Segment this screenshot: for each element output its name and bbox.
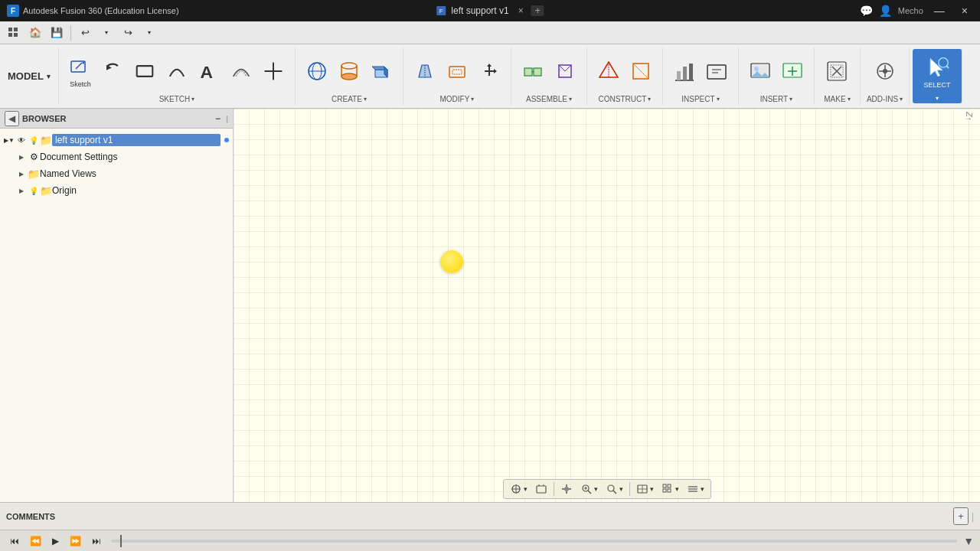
browser-tree: ▼ 👁 💡 📁 left support v1 ▶ ⚙ Document Set… (0, 129, 233, 502)
minimize-btn[interactable]: — (929, 3, 949, 18)
sketch-btn[interactable]: Sketch (65, 54, 96, 90)
addins-label[interactable]: ADD-INS (867, 95, 903, 103)
display-mode-btn[interactable]: ▾ (633, 481, 657, 497)
modify-btn[interactable] (410, 57, 440, 85)
doc-expand-icon[interactable]: ▶ (15, 151, 28, 163)
redo-dropdown-btn[interactable]: ▾ (140, 24, 158, 42)
root-label: left support v1 (52, 134, 220, 146)
create-label[interactable]: CREATE (332, 95, 367, 103)
construct2-btn[interactable] (626, 57, 656, 85)
text-btn[interactable]: A (194, 57, 224, 85)
make-label[interactable]: MAKE (824, 95, 850, 103)
svg-rect-44 (677, 71, 681, 80)
origin-expand-icon[interactable]: ▶ (15, 184, 28, 197)
make-btn[interactable] (822, 57, 852, 85)
capture-position-btn[interactable] (532, 481, 550, 497)
tab-title: left support v1 (451, 5, 508, 16)
tab-close-icon[interactable]: × (518, 5, 524, 16)
construct-label[interactable]: CONSTRUCT (599, 95, 652, 103)
add-comment-btn[interactable]: + (953, 507, 969, 525)
root-folder-icon: 📁 (40, 134, 52, 146)
assemble-tools (518, 49, 580, 93)
root-bulb-icon[interactable]: 💡 (28, 134, 40, 146)
svg-rect-47 (707, 65, 726, 79)
assemble-label[interactable]: ASSEMBLE (526, 95, 572, 103)
grid-menu-btn[interactable] (5, 24, 23, 42)
modify-label[interactable]: MODIFY (440, 95, 475, 103)
named-views-folder-icon: 📁 (28, 168, 40, 180)
save-btn[interactable]: 💾 (47, 24, 66, 42)
modify3-btn[interactable] (474, 57, 505, 85)
root-eye-icon[interactable]: 👁 (15, 134, 28, 146)
view-options-btn[interactable]: ▾ (684, 481, 707, 497)
create-cylinder-btn[interactable] (334, 57, 364, 85)
construct-tools (593, 49, 656, 93)
tree-item-root[interactable]: ▼ 👁 💡 📁 left support v1 (0, 132, 233, 148)
vp-sep-1 (554, 482, 554, 496)
account-name: Mecho (898, 6, 923, 15)
timeline-last-btn[interactable]: ⏭ (88, 534, 105, 548)
sketch-label[interactable]: SKETCH (159, 95, 195, 103)
tree-item-origin[interactable]: ▶ 💡 📁 Origin (0, 182, 233, 199)
timeline-first-btn[interactable]: ⏮ (6, 534, 23, 548)
addins-btn[interactable] (870, 57, 900, 85)
inspect-label[interactable]: INSPECT (681, 95, 719, 103)
model-dropdown-btn[interactable]: MODEL ▾ (0, 47, 59, 105)
home-btn[interactable]: 🏠 (26, 24, 44, 42)
browser-minus-btn[interactable]: − (213, 112, 223, 125)
assemble2-btn[interactable] (550, 57, 580, 85)
timeline-play-btn[interactable]: ▶ (48, 534, 63, 548)
account-icon[interactable]: 👤 (879, 5, 892, 17)
comments-right: + | (953, 507, 974, 525)
titlebar: F Autodesk Fusion 360 (Education License… (0, 0, 980, 21)
inspect2-btn[interactable] (701, 57, 732, 85)
chat-icon[interactable]: 💬 (860, 5, 873, 17)
svg-rect-45 (683, 67, 687, 80)
select-btn[interactable]: SELECT (919, 54, 956, 90)
model-dropdown-icon: ▾ (47, 73, 51, 80)
modify2-btn[interactable] (442, 57, 472, 85)
canvas-area[interactable]: Z↑ ▾ (234, 109, 980, 502)
timeline-marker-icon[interactable]: ▼ (963, 535, 974, 547)
timeline-track[interactable] (111, 540, 957, 543)
browser-collapse-btn[interactable]: ◀ (5, 111, 19, 126)
named-views-expand-icon[interactable]: ▶ (15, 168, 28, 180)
origin-eye-icon[interactable]: 💡 (28, 184, 40, 197)
offset-btn[interactable] (226, 57, 256, 85)
grid-snap-btn[interactable]: ▾ (658, 481, 682, 497)
zoom-fit-btn[interactable]: ▾ (577, 481, 601, 497)
model-label: MODEL (8, 70, 44, 82)
tree-item-named-views[interactable]: ▶ 📁 Named Views (0, 165, 233, 182)
undo-sketch-btn[interactable] (97, 57, 128, 85)
close-btn[interactable]: × (956, 3, 974, 18)
file-icon: F (436, 5, 446, 16)
insert-label[interactable]: INSERT (760, 95, 793, 103)
doc-gear-icon: ⚙ (28, 151, 40, 163)
svg-text:F: F (11, 7, 15, 15)
insert-image-btn[interactable] (745, 57, 776, 85)
tree-item-doc-settings[interactable]: ▶ ⚙ Document Settings (0, 148, 233, 165)
arc-btn[interactable] (162, 57, 192, 85)
sketch-tools: Sketch (65, 49, 289, 93)
create-extrude-btn[interactable] (366, 57, 397, 85)
redo-btn[interactable]: ↪ (119, 24, 137, 42)
undo-dropdown-btn[interactable]: ▾ (97, 24, 116, 42)
construct-btn[interactable] (593, 57, 624, 85)
rectangle-btn[interactable] (129, 57, 160, 85)
joint-origin-btn[interactable]: ▾ (507, 481, 531, 497)
svg-point-51 (754, 67, 759, 71)
new-tab-btn[interactable]: + (531, 5, 544, 16)
root-expand-icon[interactable]: ▼ (3, 134, 15, 146)
timeline-prev-btn[interactable]: ⏪ (26, 534, 45, 548)
svg-rect-33 (524, 68, 532, 76)
zoom-btn[interactable]: ▾ (603, 481, 626, 497)
inspect-btn[interactable] (669, 57, 700, 85)
create-sphere-btn[interactable] (302, 57, 332, 85)
timeline-next-btn[interactable]: ⏩ (66, 534, 85, 548)
root-active-dot (224, 135, 230, 145)
assemble-btn[interactable] (518, 57, 548, 85)
undo-btn[interactable]: ↩ (76, 24, 94, 42)
pan-btn[interactable] (557, 481, 576, 497)
insert2-btn[interactable] (777, 57, 808, 85)
point-btn[interactable] (258, 57, 289, 85)
